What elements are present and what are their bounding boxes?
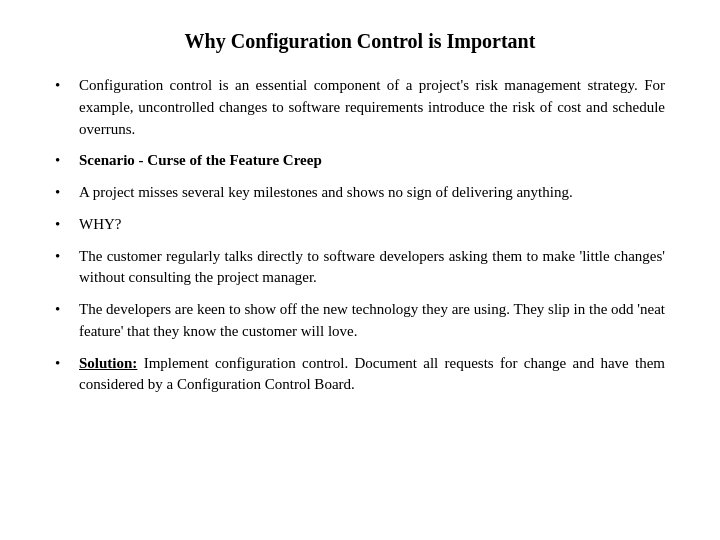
list-item-text: A project misses several key milestones …: [79, 182, 665, 204]
list-item-text: WHY?: [79, 214, 665, 236]
list-item-text: The customer regularly talks directly to…: [79, 246, 665, 290]
list-item-text: Configuration control is an essential co…: [79, 75, 665, 140]
list-item: • The customer regularly talks directly …: [55, 246, 665, 290]
bullet-list: • Configuration control is an essential …: [55, 75, 665, 406]
page-container: Why Configuration Control is Important •…: [0, 0, 720, 540]
list-item: • The developers are keen to show off th…: [55, 299, 665, 343]
list-item: • Scenario - Curse of the Feature Creep: [55, 150, 665, 172]
bullet-symbol: •: [55, 353, 73, 375]
page-title: Why Configuration Control is Important: [55, 30, 665, 53]
list-item-text: Solution: Implement configuration contro…: [79, 353, 665, 397]
solution-text: Implement configuration control. Documen…: [79, 355, 665, 393]
bullet-symbol: •: [55, 75, 73, 97]
bullet-symbol: •: [55, 246, 73, 268]
list-item: • A project misses several key milestone…: [55, 182, 665, 204]
list-item-text: The developers are keen to show off the …: [79, 299, 665, 343]
bullet-symbol: •: [55, 299, 73, 321]
list-item: • Configuration control is an essential …: [55, 75, 665, 140]
solution-prefix: Solution:: [79, 355, 137, 371]
list-item: • WHY?: [55, 214, 665, 236]
list-item-text: Scenario - Curse of the Feature Creep: [79, 150, 665, 172]
bullet-symbol: •: [55, 182, 73, 204]
bullet-symbol: •: [55, 150, 73, 172]
list-item: • Solution: Implement configuration cont…: [55, 353, 665, 397]
bullet-symbol: •: [55, 214, 73, 236]
